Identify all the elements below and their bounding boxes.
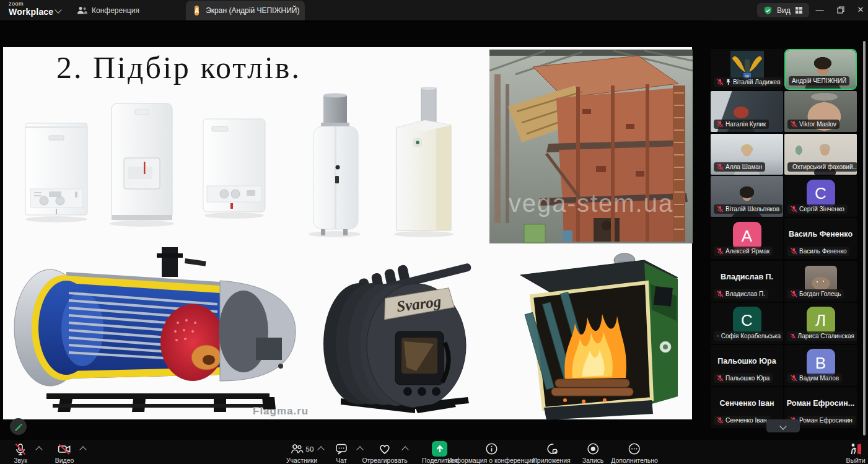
security-shield-icon bbox=[763, 6, 773, 15]
meeting-toolbar: Звук Видео 50 bbox=[0, 440, 868, 464]
more-button[interactable]: Дополнительно bbox=[611, 442, 658, 464]
participant-tile[interactable]: Алла Шаман bbox=[711, 134, 783, 175]
view-menu-button[interactable]: Вид bbox=[757, 3, 809, 17]
participant-name-label: Наталія Кулик bbox=[714, 120, 769, 129]
leave-button[interactable]: Выйти bbox=[846, 442, 865, 464]
apps-icon bbox=[545, 442, 558, 455]
participant-center-name: Сенченко Іван bbox=[711, 399, 783, 408]
muted-mic-icon bbox=[791, 291, 797, 297]
participants-scroll-down-button[interactable] bbox=[766, 419, 800, 432]
participant-name-label: Viktor Maslov bbox=[787, 120, 840, 129]
participants-options-chevron[interactable] bbox=[317, 446, 324, 453]
participant-tile[interactable]: ССергій Зінченко bbox=[784, 176, 857, 217]
participant-tile[interactable]: Василь ФененкоВасиль Фененко bbox=[784, 218, 857, 259]
participant-name-label: Богдан Голець bbox=[787, 289, 844, 299]
view-label: Вид bbox=[777, 6, 791, 15]
chat-button[interactable]: Чат bbox=[335, 442, 348, 464]
more-ellipsis-icon bbox=[628, 442, 641, 455]
participants-button[interactable]: 50 Участники bbox=[286, 442, 317, 464]
audio-label: Звук bbox=[14, 457, 27, 464]
muted-mic-icon bbox=[717, 248, 724, 255]
participant-name-label: Софія Корабельська bbox=[714, 331, 783, 341]
slide-image-floor-boiler-5 bbox=[389, 87, 458, 239]
participant-tile[interactable]: Віталій Ладижев bbox=[711, 49, 783, 90]
meeting-info-button[interactable]: Информация о конференции bbox=[447, 442, 535, 464]
participant-center-name: Роман Ефросин... bbox=[784, 399, 857, 408]
participant-tile[interactable]: Владислав П.Владислав П. bbox=[711, 261, 783, 302]
muted-mic-icon bbox=[791, 121, 797, 128]
participants-count: 50 bbox=[306, 445, 314, 453]
slide-image-industrial-boiler-photo: vega-stem.ua bbox=[489, 50, 693, 243]
muted-mic-icon bbox=[717, 417, 724, 424]
heart-icon bbox=[378, 442, 392, 455]
participant-tile[interactable]: ЛЛариса Сталинская bbox=[784, 303, 857, 344]
participant-name-label: Пальошко Юра bbox=[714, 374, 773, 383]
participants-scrollbar[interactable] bbox=[863, 41, 866, 436]
slide-image-cylinder-boiler-4 bbox=[302, 93, 367, 239]
minimize-button[interactable]: — bbox=[810, 0, 829, 19]
annotate-button[interactable] bbox=[10, 418, 27, 435]
participant-name-label: Віталій Шельпяков bbox=[714, 204, 783, 214]
apps-button[interactable]: Приложения bbox=[532, 442, 570, 464]
tab-screen-share[interactable]: A Экран (Андрій ЧЕПІЖНИЙ) bbox=[186, 1, 305, 20]
restore-button[interactable] bbox=[831, 0, 850, 19]
participant-name-label: Владислав П. bbox=[714, 289, 768, 299]
restore-icon bbox=[837, 6, 844, 14]
record-button[interactable]: Запись bbox=[582, 442, 603, 464]
apps-label: Приложения bbox=[532, 457, 570, 464]
leave-meeting-icon bbox=[848, 442, 863, 456]
more-label: Дополнительно bbox=[611, 457, 658, 464]
zoom-meeting-window: zoom Workplace Конференция A Экран (Андр… bbox=[0, 0, 868, 464]
participant-center-name: Пальошко Юра bbox=[711, 357, 783, 366]
slide-title: 2. Підбір котлів. bbox=[56, 50, 301, 85]
slide-image-svarog-stove: Svarog bbox=[322, 251, 480, 418]
photo-watermark: vega-stem.ua bbox=[509, 190, 673, 217]
audio-options-chevron[interactable] bbox=[35, 446, 42, 453]
video-button[interactable]: Видео bbox=[55, 442, 74, 464]
participant-tile[interactable]: Охтирський фаховий... bbox=[784, 134, 857, 175]
participant-tile[interactable]: ССофія Корабельська bbox=[711, 303, 783, 344]
muted-mic-icon bbox=[717, 291, 724, 297]
participant-tile[interactable]: ААлексей Ярмак bbox=[711, 218, 783, 259]
slide-image-wall-boiler-3 bbox=[199, 116, 269, 221]
react-label: Отреагировать bbox=[362, 457, 407, 464]
close-button[interactable]: ✕ bbox=[851, 0, 868, 19]
tab-conference[interactable]: Конференция bbox=[77, 0, 139, 20]
slide-image-green-boiler bbox=[503, 248, 689, 421]
participant-name-label: Алексей Ярмак bbox=[714, 247, 773, 256]
muted-camera-icon bbox=[57, 442, 72, 456]
audio-button[interactable]: Звук bbox=[14, 442, 27, 464]
participant-center-name: Владислав П. bbox=[711, 273, 783, 281]
participant-tile[interactable]: Віталій Шельпяков bbox=[711, 176, 783, 217]
participant-tile[interactable]: Богдан Голець bbox=[784, 261, 857, 302]
participant-tile[interactable]: Viktor Maslov bbox=[784, 91, 857, 132]
muted-mic-icon bbox=[717, 164, 724, 170]
muted-mic-icon bbox=[717, 121, 724, 128]
participant-name-label: Віталій Ладижев bbox=[714, 77, 783, 87]
muted-mic-icon bbox=[791, 375, 797, 382]
react-button[interactable]: Отреагировать bbox=[362, 442, 407, 464]
flagma-watermark: Flagma.ru bbox=[253, 405, 309, 418]
muted-mic-icon bbox=[717, 333, 719, 339]
zoom-workplace-logo: zoom Workplace bbox=[9, 1, 53, 16]
muted-mic-icon bbox=[717, 206, 724, 212]
participants-label: Участники bbox=[286, 457, 317, 464]
participant-name-label: Лариса Сталинская bbox=[787, 331, 857, 341]
participant-tile[interactable]: ВВадим Малов bbox=[784, 345, 857, 386]
layout-grid-icon bbox=[795, 6, 803, 14]
participant-tile[interactable]: Андрій ЧЕПІЖНИЙ bbox=[784, 49, 857, 90]
video-label: Видео bbox=[55, 457, 74, 464]
video-options-chevron[interactable] bbox=[79, 446, 86, 453]
participant-name-label: Сергій Зінченко bbox=[787, 204, 848, 214]
participant-tile[interactable]: Пальошко ЮраПальошко Юра bbox=[711, 345, 783, 386]
muted-mic-icon bbox=[717, 79, 724, 85]
participant-name-label: Алла Шаман bbox=[714, 162, 765, 172]
people-icon bbox=[77, 6, 87, 15]
participants-panel: Віталій ЛадижевАндрій ЧЕПІЖНИЙНаталія Ку… bbox=[706, 20, 868, 440]
participants-icon bbox=[290, 442, 304, 455]
muted-mic-icon bbox=[791, 206, 797, 212]
info-label: Информация о конференции bbox=[447, 457, 535, 464]
chevron-down-icon[interactable] bbox=[55, 6, 61, 13]
participant-tile[interactable]: Наталія Кулик bbox=[711, 91, 783, 132]
participant-name-label: Сенченко Іван bbox=[714, 416, 770, 425]
